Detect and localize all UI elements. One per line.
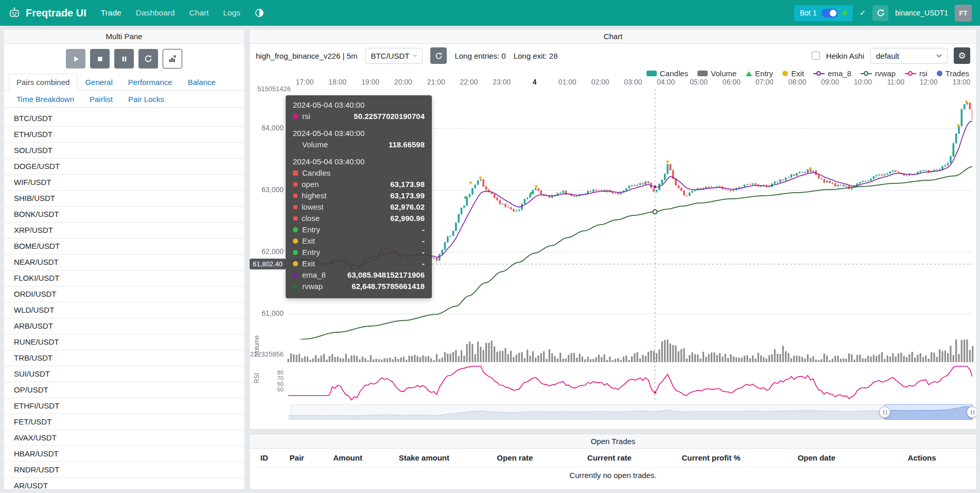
legend-label: Exit — [791, 69, 804, 78]
stop-bot-button[interactable] — [90, 49, 110, 69]
pair-select-value: BTC/USDT — [371, 52, 409, 60]
legend-marker-ring — [816, 71, 821, 76]
start-bot-button[interactable] — [66, 49, 85, 69]
tab-general[interactable]: General — [77, 74, 120, 91]
tooltip-series-label: ema_8 — [302, 269, 326, 281]
tooltip-series-marker — [293, 205, 297, 209]
pair-list-item[interactable]: NEAR/USDT — [4, 254, 244, 270]
trades-header-row: IDPairAmountStake amountOpen rateCurrent… — [250, 449, 976, 467]
legend-item-rvwap[interactable]: rvwap — [861, 69, 896, 78]
pair-list-item[interactable]: WLD/USDT — [4, 302, 244, 318]
tooltip-series-marker — [293, 114, 298, 119]
tab-performance[interactable]: Performance — [120, 74, 180, 91]
pair-list-item[interactable]: RNDR/USDT — [4, 462, 244, 478]
pair-select[interactable]: BTC/USDT — [365, 48, 423, 64]
tooltip-series-value: 62,648.75785661418 — [352, 281, 425, 292]
pair-list-item[interactable]: WIF/USDT — [4, 175, 244, 191]
theme-to ggle-icon[interactable] — [255, 8, 264, 18]
tooltip-series-value: 63,085.948152171906 — [347, 269, 425, 281]
chart-refresh-button[interactable] — [430, 47, 447, 64]
column-header-actions: Actions — [867, 449, 976, 467]
pair-list-item[interactable]: ETHFI/USDT — [4, 398, 244, 414]
pair-list-item[interactable]: FLOKI/USDT — [4, 270, 244, 286]
column-header-amount: Amount — [315, 449, 380, 467]
chevron-down-icon — [936, 54, 942, 58]
pair-list-item[interactable]: XRP/USDT — [4, 223, 244, 239]
pair-list-item[interactable]: DOGE/USDT — [4, 159, 244, 175]
tooltip-series-value: 63,173.98 — [390, 179, 425, 190]
legend-label: Entry — [755, 69, 773, 78]
legend-item-entry[interactable]: Entry — [746, 69, 773, 78]
tab-pairs-combined[interactable]: Pairs combined — [9, 74, 77, 91]
chart-area: CandlesVolumeEntryExitema_8rvwaprsiTrade… — [250, 67, 976, 429]
tooltip-series-marker — [293, 273, 298, 278]
legend-item-trades[interactable]: Trades — [937, 69, 969, 78]
legend-marker-ring — [864, 71, 868, 76]
multi-pane-panel: Multi Pane — [3, 29, 245, 490]
legend-item-exit[interactable]: Exit — [782, 69, 804, 78]
pair-list-item[interactable]: SHIB/USDT — [4, 191, 244, 207]
nav-link-dashboard[interactable]: Dashboard — [136, 8, 175, 18]
pair-list-item[interactable]: HBAR/USDT — [4, 446, 244, 462]
tooltip-series-marker — [293, 216, 297, 220]
plot-config-select[interactable]: default — [870, 48, 948, 64]
bot-selector[interactable]: Bot 1 — [794, 5, 853, 21]
avatar[interactable]: FT — [955, 5, 972, 22]
bot-toggle[interactable] — [821, 9, 837, 18]
legend-item-ema-8[interactable]: ema_8 — [813, 69, 851, 78]
tooltip-row: rsi50.22577020190704 — [293, 111, 425, 122]
datazoom-left-handle[interactable] — [879, 406, 890, 418]
pair-list-item[interactable]: TRB/USDT — [4, 350, 244, 366]
pair-list-item[interactable]: BTC/USDT — [4, 111, 244, 127]
tooltip-section: 2024-05-04 03:40:00Volume118.66598 — [293, 129, 425, 150]
plot-settings-button[interactable]: ⚙ — [954, 47, 970, 64]
pair-list-item[interactable]: RUNE/USDT — [4, 334, 244, 350]
clear-chart-button[interactable] — [163, 49, 182, 69]
nav-link-logs[interactable]: Logs — [223, 8, 240, 18]
tooltip-series-label: Entry — [302, 224, 320, 235]
x-axis-tick: 03:00 — [624, 78, 642, 86]
pair-list-item[interactable]: ARB/USDT — [4, 318, 244, 334]
tooltip-series-value: 50.22577020190704 — [354, 111, 425, 122]
nav-link-chart[interactable]: Chart — [189, 8, 209, 18]
tooltip-series-label: lowest — [302, 201, 324, 213]
tooltip-series-label: open — [302, 179, 319, 190]
tab-time-breakdown[interactable]: Time Breakdown — [9, 91, 82, 108]
pair-list-item[interactable]: AVAX/USDT — [4, 430, 244, 446]
pause-bot-button[interactable] — [114, 49, 134, 69]
tooltip-series-value: 62,990.96 — [390, 213, 425, 224]
navbar-right-cluster: Bot 1 ✓ binance_USDT1 FT — [794, 5, 972, 22]
pair-list-item[interactable]: BOME/USDT — [4, 239, 244, 254]
pair-list-item[interactable]: SUI/USDT — [4, 366, 244, 382]
legend-item-candles[interactable]: Candles — [646, 69, 688, 78]
navbar-refresh-button[interactable] — [872, 5, 888, 21]
brand[interactable]: Freqtrade UI — [8, 7, 86, 19]
pair-list-item[interactable]: ORDI/USDT — [4, 286, 244, 302]
x-axis-tick: 4 — [533, 78, 537, 86]
pair-list-item[interactable]: AR/USDT — [4, 478, 244, 489]
tooltip-row: open63,173.98 — [293, 179, 425, 190]
tab-balance[interactable]: Balance — [180, 74, 223, 91]
legend-item-volume[interactable]: Volume — [697, 69, 737, 78]
y-axis-tick: 63,000 — [250, 185, 284, 194]
x-axis-tick: 08:00 — [788, 78, 806, 86]
legend-item-rsi[interactable]: rsi — [905, 69, 927, 78]
datazoom-right-handle[interactable] — [967, 406, 976, 418]
chart-panel: Chart high_frog_binance_v226 | 5m BTC/US… — [249, 29, 977, 430]
nav-link-trade[interactable]: Trade — [101, 8, 121, 18]
chart-remove-icon — [168, 55, 177, 63]
tab-pairlist[interactable]: Pairlist — [82, 91, 120, 108]
pair-list-item[interactable]: ETH/USDT — [4, 127, 244, 143]
pair-list-item[interactable]: SOL/USDT — [4, 143, 244, 159]
heikin-ashi-checkbox[interactable] — [812, 52, 820, 60]
tooltip-series-label: rvwap — [302, 281, 323, 292]
tooltip-series-label: Candles — [302, 167, 330, 179]
exchange-label: binance_USDT1 — [895, 9, 948, 17]
pair-list-item[interactable]: FET/USDT — [4, 414, 244, 430]
reload-config-button[interactable] — [138, 49, 158, 69]
x-axis-tick: 11:00 — [887, 78, 904, 86]
tab-pair-locks[interactable]: Pair Locks — [120, 91, 172, 108]
pair-list-item[interactable]: BONK/USDT — [4, 207, 244, 223]
pair-list-item[interactable]: OP/USDT — [4, 382, 244, 398]
x-axis-tick: 10:00 — [854, 78, 872, 86]
